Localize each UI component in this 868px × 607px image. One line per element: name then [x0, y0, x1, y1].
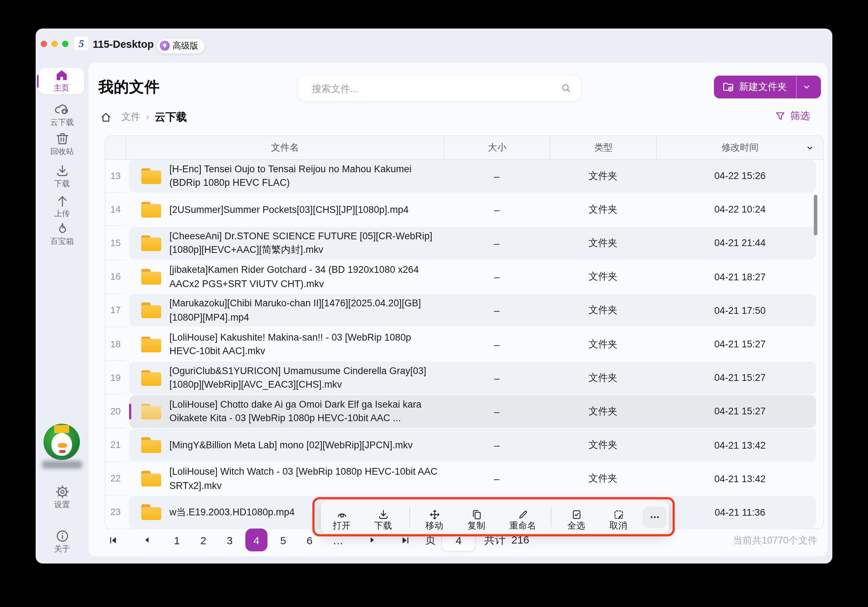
- search-icon[interactable]: [560, 82, 572, 94]
- file-name[interactable]: [Marukazoku][Chibi Maruko-chan II][1476]…: [169, 297, 442, 325]
- minimize-window-button[interactable]: [51, 41, 57, 47]
- file-size: –: [468, 328, 525, 361]
- page-button-3[interactable]: 3: [221, 534, 238, 546]
- file-time: 04-21 21:44: [697, 227, 783, 260]
- funnel-icon: [775, 111, 786, 122]
- select-all-button[interactable]: 全选: [561, 501, 592, 534]
- file-type: 文件夹: [575, 462, 632, 495]
- deselect-button[interactable]: 取消: [603, 501, 634, 534]
- copy-button[interactable]: 复制: [461, 501, 492, 534]
- sidebar-item-settings[interactable]: 设置: [36, 484, 88, 509]
- file-name[interactable]: [jibaketa]Kamen Rider Gotchard - 34 (BD …: [169, 263, 442, 291]
- download-button[interactable]: 下载: [367, 501, 399, 534]
- app-logo: 5: [74, 36, 88, 51]
- table-row[interactable]: 22 [LoliHouse] Witch Watch - 03 [WebRip …: [105, 462, 823, 496]
- open-button[interactable]: 打开: [326, 501, 357, 534]
- titlebar: 5 115-Desktop 高级版: [36, 28, 832, 63]
- chevron-down-icon[interactable]: [801, 82, 811, 92]
- gem-icon: [160, 41, 170, 51]
- more-actions-button[interactable]: [643, 506, 667, 528]
- table-row[interactable]: 21 [MingY&Billion Meta Lab] mono [02][We…: [105, 428, 823, 462]
- page-button-ellipsis[interactable]: …: [330, 534, 347, 546]
- column-header-name[interactable]: 文件名: [126, 136, 443, 159]
- file-size: –: [468, 361, 525, 394]
- sidebar-item-treasure-box[interactable]: 百宝箱: [36, 221, 88, 245]
- sidebar-item-upload[interactable]: 上传: [36, 193, 88, 218]
- file-type: 文件夹: [575, 395, 632, 428]
- sort-desc-icon[interactable]: [805, 143, 815, 153]
- column-header-type[interactable]: 类型: [550, 136, 656, 159]
- breadcrumb: 文件 › 云下载: [100, 109, 187, 125]
- file-time: 04-21 18:27: [697, 260, 783, 293]
- page-button-1[interactable]: 1: [168, 534, 186, 546]
- new-folder-button[interactable]: 新建文件夹: [714, 76, 821, 98]
- breadcrumb-root[interactable]: 文件: [121, 111, 141, 123]
- table-row[interactable]: 14 [2USummer]Summer Pockets[03][CHS][JP]…: [105, 193, 823, 226]
- screen: 5 115-Desktop 高级版 主页 云下载 回收站: [0, 0, 868, 607]
- table-row[interactable]: 16 [jibaketa]Kamen Rider Gotchard - 34 (…: [105, 260, 823, 294]
- breadcrumb-separator: ›: [146, 112, 149, 122]
- file-name[interactable]: [CheeseAni] Dr.STONE SCIENCE FUTURE [05]…: [169, 229, 442, 257]
- table-row[interactable]: 15 [CheeseAni] Dr.STONE SCIENCE FUTURE […: [105, 226, 823, 260]
- breadcrumb-home-icon[interactable]: [100, 111, 112, 123]
- close-window-button[interactable]: [40, 41, 47, 47]
- file-time: 04-21 15:27: [697, 328, 783, 361]
- sidebar-item-home[interactable]: 主页: [39, 68, 84, 94]
- page-button-5[interactable]: 5: [274, 534, 292, 546]
- rename-button[interactable]: 重命名: [505, 501, 541, 534]
- column-header-size[interactable]: 大小: [443, 136, 550, 159]
- file-name[interactable]: [H-Enc] Tensei Oujo to Tensai Reijou no …: [169, 162, 442, 190]
- file-time: 04-21 17:50: [697, 294, 783, 327]
- table-row[interactable]: 13 [H-Enc] Tensei Oujo to Tensai Reijou …: [105, 159, 823, 193]
- user-avatar[interactable]: [43, 424, 80, 460]
- main-content: 我的文件 新建文件夹 文件 › 云下载 筛选: [88, 63, 827, 556]
- copy-icon: [470, 509, 482, 521]
- trash-icon: [54, 131, 70, 146]
- move-button[interactable]: 移动: [418, 501, 450, 534]
- search-input[interactable]: [310, 75, 556, 103]
- scrollbar-thumb[interactable]: [814, 195, 817, 235]
- file-size: –: [468, 429, 525, 461]
- file-count: 当前共10770个文件: [733, 534, 817, 547]
- column-header-time[interactable]: 修改时间: [656, 136, 823, 159]
- file-name[interactable]: [2USummer]Summer Pockets[03][CHS][JP][10…: [169, 203, 442, 217]
- select-all-icon: [570, 509, 582, 521]
- table-row[interactable]: 17 [Marukazoku][Chibi Maruko-chan II][14…: [105, 294, 823, 327]
- file-type: 文件夹: [575, 328, 632, 361]
- file-name[interactable]: [MingY&Billion Meta Lab] mono [02][WebRi…: [169, 438, 442, 452]
- folder-icon: [141, 235, 161, 251]
- move-icon: [428, 509, 440, 521]
- sidebar-item-cloud-download[interactable]: 云下载: [36, 101, 88, 126]
- table-row[interactable]: 19 [OguriClub&S1YURICON] Umamusume Cinde…: [105, 361, 823, 395]
- file-name[interactable]: [OguriClub&S1YURICON] Umamusume Cinderel…: [169, 364, 442, 392]
- table-row-selected[interactable]: 20 [LoliHouse] Chotto dake Ai ga Omoi Da…: [105, 395, 823, 428]
- first-page-button[interactable]: [107, 534, 118, 545]
- page-title: 我的文件: [98, 77, 160, 97]
- file-table: 文件名 大小 类型 修改时间 13 [H-Enc] Tensei Oujo to…: [105, 136, 824, 529]
- file-size: –: [468, 193, 525, 226]
- file-type: 文件夹: [575, 193, 632, 226]
- prev-page-button[interactable]: [141, 535, 153, 545]
- folder-icon: [141, 336, 161, 352]
- file-name[interactable]: [LoliHouse] Chotto dake Ai ga Omoi Dark …: [169, 398, 442, 426]
- sidebar-item-about[interactable]: 关于: [36, 528, 88, 553]
- sidebar-item-recycle-bin[interactable]: 回收站: [36, 131, 88, 155]
- table-row[interactable]: 18 [LoliHouse] Kakushite! Makina-san!! -…: [105, 327, 823, 361]
- sidebar-item-download[interactable]: 下载: [36, 163, 88, 187]
- premium-badge[interactable]: 高级版: [157, 38, 205, 53]
- file-name[interactable]: [LoliHouse] Kakushite! Makina-san!! - 03…: [169, 330, 442, 358]
- folder-icon: [141, 505, 161, 520]
- folder-icon: [141, 370, 161, 386]
- file-type: 文件夹: [575, 227, 632, 260]
- page-button-2[interactable]: 2: [195, 534, 212, 546]
- page-button-4-active[interactable]: 4: [245, 528, 267, 551]
- file-name[interactable]: [LoliHouse] Witch Watch - 03 [WebRip 108…: [169, 465, 442, 493]
- zoom-window-button[interactable]: [62, 41, 68, 47]
- page-button-6[interactable]: 6: [301, 534, 318, 546]
- folder-icon: [141, 437, 161, 453]
- next-page-button[interactable]: [367, 535, 378, 545]
- last-page-button[interactable]: [399, 534, 411, 545]
- file-type: 文件夹: [575, 429, 632, 461]
- file-time: 04-21 13:42: [697, 429, 783, 461]
- filter-button[interactable]: 筛选: [775, 110, 810, 123]
